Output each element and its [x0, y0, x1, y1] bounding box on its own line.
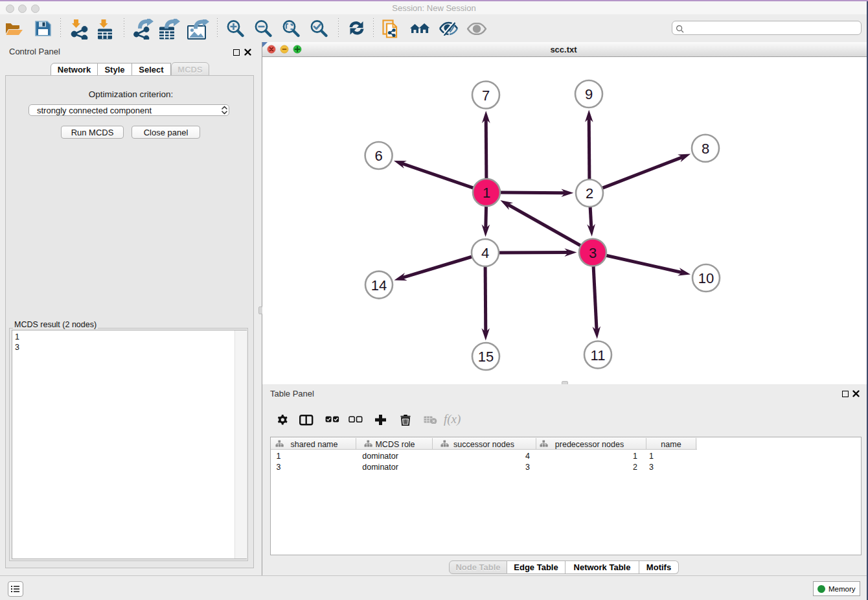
- svg-text:8: 8: [702, 141, 709, 157]
- svg-text:4: 4: [481, 245, 489, 261]
- svg-text:2: 2: [586, 185, 593, 202]
- svg-text:9: 9: [585, 86, 593, 102]
- svg-text:14: 14: [371, 277, 387, 294]
- svg-text:1: 1: [483, 185, 490, 201]
- svg-text:3: 3: [589, 245, 597, 261]
- svg-text:6: 6: [374, 148, 382, 164]
- svg-text:10: 10: [698, 270, 714, 286]
- svg-text:15: 15: [478, 349, 494, 365]
- svg-text:11: 11: [591, 347, 606, 363]
- svg-text:7: 7: [482, 87, 490, 104]
